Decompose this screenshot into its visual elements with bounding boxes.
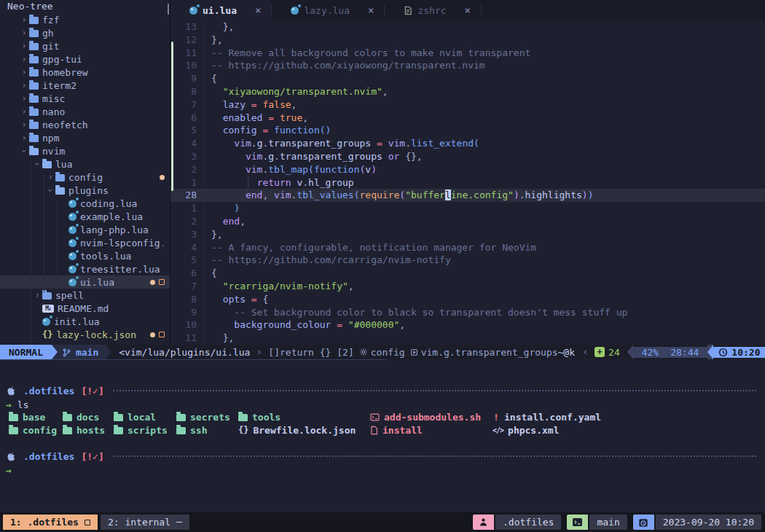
lua-icon bbox=[68, 265, 76, 273]
chevron-right-icon[interactable]: › bbox=[45, 172, 55, 182]
tree-item-homebrew[interactable]: ›homebrew bbox=[0, 66, 170, 79]
tree-item-label: nvim-lspconfig bbox=[80, 238, 160, 249]
folder-icon bbox=[29, 30, 39, 37]
line-number: 9 bbox=[170, 72, 205, 85]
tree-item-spell[interactable]: ›spell bbox=[0, 289, 170, 302]
chevron-right-icon[interactable]: › bbox=[32, 290, 42, 300]
neotree-items: ›fzf›gh›git›gpg-tui›homebrew›iterm2›misc… bbox=[0, 13, 170, 341]
modified-dot-icon bbox=[150, 280, 155, 285]
ls-item-config: config bbox=[9, 423, 57, 437]
tree-item-coding.lua[interactable]: coding.lua bbox=[0, 197, 170, 210]
tmux-statusbar: 1: .dotfiles2: internal─ .dotfiles main … bbox=[0, 512, 765, 532]
clock-icon bbox=[718, 348, 728, 357]
chevron-right-icon[interactable]: › bbox=[19, 28, 29, 38]
code-editor[interactable]: 13 },12},11-- Remove all background colo… bbox=[170, 20, 765, 345]
tmux-window-1-.dotfiles[interactable]: 1: .dotfiles bbox=[3, 515, 98, 530]
item-badges bbox=[160, 175, 170, 180]
close-icon[interactable]: × bbox=[465, 4, 471, 16]
indent-guide bbox=[44, 174, 44, 292]
neotree-scrollbar[interactable] bbox=[168, 4, 169, 15]
tree-item-gpg-tui[interactable]: ›gpg-tui bbox=[0, 52, 170, 66]
breadcrumbs: []return {} [2]configvim.g.transparent_g… bbox=[268, 345, 557, 359]
close-icon[interactable]: × bbox=[368, 4, 374, 16]
chevron-right-icon[interactable]: › bbox=[19, 93, 29, 103]
tree-item-label: homebrew bbox=[42, 67, 88, 78]
folder-icon bbox=[29, 135, 39, 142]
git-branch-label: main bbox=[76, 347, 98, 358]
code-line: 8 "xiyaowong/transparent.nvim", bbox=[170, 85, 765, 98]
statusline: NORMAL main <vim/lua/plugins/ui.lua › []… bbox=[0, 345, 765, 359]
tree-item-lua[interactable]: ›lua bbox=[0, 157, 170, 171]
tab-lazy.lua[interactable]: lazy.lua× bbox=[272, 0, 384, 20]
ls-item-install: install bbox=[370, 423, 423, 437]
tree-item-lazy-lock.json[interactable]: lazy-lock.json bbox=[0, 328, 170, 341]
tree-item-nano[interactable]: ›nano bbox=[0, 105, 170, 118]
chevron-right-icon[interactable]: › bbox=[19, 133, 29, 143]
branch-name: main bbox=[589, 515, 627, 530]
code-text: { bbox=[205, 72, 217, 85]
tree-item-iterm2[interactable]: ›iterm2 bbox=[0, 79, 170, 92]
chevron-right-icon[interactable]: › bbox=[19, 54, 29, 64]
tree-item-label: misc bbox=[42, 93, 65, 104]
ls-item-tools: tools bbox=[238, 410, 280, 423]
code-line-current: 28 end, vim.tbl_values(require("bufferli… bbox=[170, 189, 765, 202]
chevron-right-icon[interactable]: › bbox=[19, 67, 29, 77]
breadcrumb-segment: []return {} [2] bbox=[268, 347, 353, 358]
boxvar-icon bbox=[410, 348, 418, 356]
tree-item-npm[interactable]: ›npm bbox=[0, 131, 170, 144]
tree-item-lang-php.lua[interactable]: lang-php.lua bbox=[0, 223, 170, 236]
chevron-down-icon[interactable]: › bbox=[45, 185, 55, 195]
tree-item-nvim[interactable]: ›nvim bbox=[0, 144, 170, 157]
breadcrumb-label: []return {} [2] bbox=[268, 347, 353, 358]
tree-item-example.lua[interactable]: example.lua bbox=[0, 210, 170, 223]
lua-icon bbox=[68, 239, 76, 247]
chevron-down-icon[interactable]: › bbox=[32, 159, 42, 169]
chevron-right-icon[interactable]: › bbox=[19, 41, 29, 51]
code-text: background_colour = "#000000", bbox=[205, 318, 405, 332]
folder-icon bbox=[29, 56, 39, 63]
tab-ui.lua[interactable]: ui.lua× bbox=[170, 0, 271, 20]
tmux-window-2-internal[interactable]: 2: internal─ bbox=[101, 515, 189, 530]
shell-terminal[interactable]: .dotfiles [!✓] v → ls basedocslocalsecre… bbox=[0, 359, 765, 512]
tree-item-nvim-lspconfig[interactable]: nvim-lspconfig. bbox=[0, 236, 170, 249]
neotree-panel: Neo-tree ›fzf›gh›git›gpg-tui›homebrew›it… bbox=[0, 0, 170, 345]
ls-item-label: tools bbox=[252, 412, 280, 423]
editor-scrollbar[interactable] bbox=[171, 42, 173, 191]
tree-item-label: init.lua bbox=[54, 316, 100, 327]
code-text: }, bbox=[205, 34, 223, 47]
git-branch[interactable]: main bbox=[58, 345, 106, 359]
folder-open-icon bbox=[55, 187, 65, 195]
chevron-right-icon[interactable]: › bbox=[19, 80, 29, 90]
tree-item-README.md[interactable]: README.md bbox=[0, 302, 170, 315]
chevron-right-icon[interactable]: › bbox=[19, 15, 29, 25]
code-text: vim.g.transparent_groups = vim.list_exte… bbox=[205, 137, 479, 150]
tab-zshrc[interactable]: zshrc× bbox=[385, 0, 481, 20]
tree-item-plugins[interactable]: ›plugins bbox=[0, 184, 170, 197]
buffer-square-icon bbox=[159, 332, 165, 337]
chevron-down-icon[interactable]: › bbox=[19, 146, 29, 156]
chevron-right-icon[interactable]: › bbox=[19, 120, 29, 130]
line-number: 11 bbox=[170, 47, 205, 60]
tab-label: ui.lua bbox=[203, 5, 237, 16]
folder-open-icon bbox=[42, 161, 52, 168]
person-icon bbox=[479, 517, 488, 527]
command-line[interactable]: → bbox=[0, 463, 765, 477]
tree-item-label: nano bbox=[42, 106, 65, 117]
tree-item-neofetch[interactable]: ›neofetch bbox=[0, 118, 170, 131]
tree-item-fzf[interactable]: ›fzf bbox=[0, 13, 170, 26]
code-text: vim.g.transparent_groups or {}, bbox=[205, 150, 423, 163]
line-number: 3 bbox=[170, 228, 205, 241]
chevron-right-icon[interactable]: › bbox=[19, 106, 29, 117]
tree-item-tools.lua[interactable]: tools.lua bbox=[0, 249, 170, 262]
close-icon[interactable]: × bbox=[255, 4, 261, 16]
tree-item-ui.lua[interactable]: ui.lua bbox=[0, 275, 170, 289]
ls-item-label: docs bbox=[76, 412, 99, 423]
tree-item-treesitter.lua[interactable]: treesitter.lua bbox=[0, 262, 170, 275]
powerline-separator bbox=[52, 345, 58, 359]
tree-item-git[interactable]: ›git bbox=[0, 39, 170, 52]
tree-item-gh[interactable]: ›gh bbox=[0, 26, 170, 39]
tree-item-label: example.lua bbox=[80, 211, 143, 222]
tree-item-init.lua[interactable]: init.lua bbox=[0, 315, 170, 328]
tree-item-misc[interactable]: ›misc bbox=[0, 92, 170, 105]
tree-item-config[interactable]: ›config bbox=[0, 171, 170, 184]
